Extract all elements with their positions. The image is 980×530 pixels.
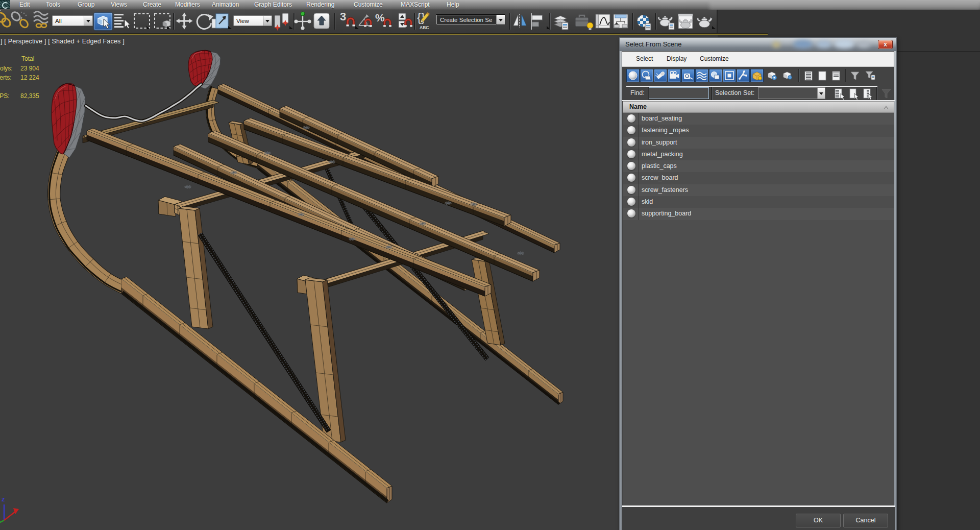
scene-object-row[interactable]: fastening _ropes: [623, 125, 894, 136]
reference-coordinate-combo[interactable]: View: [233, 15, 272, 26]
menu-help[interactable]: Help: [447, 1, 459, 8]
named-selection-sets-combo[interactable]: Create Selection Se: [436, 14, 505, 25]
filter-configure-button[interactable]: [864, 69, 877, 82]
schematic-view-icon[interactable]: [614, 14, 628, 28]
titlebar-blur-smudge: [857, 41, 870, 48]
dialog-titlebar[interactable]: Select From Scene: [620, 38, 896, 51]
list-column-header[interactable]: Name: [623, 101, 894, 113]
toggle-container-explorer-icon[interactable]: [575, 15, 593, 30]
menu-rendering[interactable]: Rendering: [306, 1, 334, 8]
select-by-name-icon[interactable]: [114, 14, 130, 29]
scene-object-row[interactable]: skid: [623, 196, 894, 208]
layer-manager-icon[interactable]: [554, 16, 568, 30]
dialog-toolbar-separator: [845, 69, 846, 82]
menu-create[interactable]: Create: [143, 1, 161, 8]
menu-graph-editors[interactable]: Graph Editors: [254, 1, 292, 8]
spinner-snap-toggle-icon[interactable]: [399, 13, 412, 28]
display-xrefs-button[interactable]: [723, 69, 736, 82]
render-setup-icon[interactable]: [658, 16, 674, 30]
menu-modifiers[interactable]: Modifiers: [175, 1, 200, 8]
scene-objects-list[interactable]: board_seatingfastening _ropesiron_suppor…: [623, 113, 894, 505]
cancel-button[interactable]: Cancel: [843, 514, 888, 527]
display-space-warps-button[interactable]: [695, 69, 708, 82]
menu-edit[interactable]: Edit: [19, 1, 30, 8]
find-input[interactable]: [649, 87, 709, 99]
display-geometry-button[interactable]: [626, 69, 640, 82]
menu-maxscript[interactable]: MAXScript: [401, 1, 430, 8]
keyboard-shortcut-override-icon[interactable]: [314, 13, 329, 29]
select-and-scale-icon[interactable]: [212, 14, 232, 29]
select-and-move-icon[interactable]: [176, 12, 193, 30]
unlink-selection-icon[interactable]: [10, 11, 30, 29]
filter-button[interactable]: [848, 69, 862, 82]
add-to-selection-set-button[interactable]: [847, 87, 860, 100]
display-shapes-button[interactable]: [640, 69, 653, 82]
display-containers-button[interactable]: [750, 69, 764, 82]
detail-view-button[interactable]: [829, 69, 843, 82]
rendered-frame-window-icon[interactable]: [678, 14, 693, 29]
angle-snap-toggle-icon[interactable]: [359, 14, 372, 27]
curve-editor-icon[interactable]: [596, 14, 610, 28]
display-bones-icon: [737, 69, 749, 82]
scene-object-row[interactable]: metal_packing: [623, 149, 894, 160]
rectangular-selection-region-icon[interactable]: [134, 14, 150, 29]
selection-filter-dropdown-arrow[interactable]: [84, 16, 92, 26]
reference-coordinate-dropdown-arrow[interactable]: [263, 16, 272, 26]
select-and-manipulate-icon[interactable]: [295, 12, 311, 29]
dialog-menu-customize[interactable]: Customize: [700, 55, 729, 62]
use-pivot-point-center-icon[interactable]: [275, 13, 293, 31]
near-back-post: [305, 278, 346, 442]
menu-customize[interactable]: Customize: [354, 1, 383, 8]
viewport-label[interactable]: ] [ Perspective ] [ Shaded + Edged Faces…: [1, 38, 125, 45]
bind-to-space-warp-icon[interactable]: [34, 12, 48, 28]
display-influences-button[interactable]: [766, 69, 779, 82]
scene-object-row[interactable]: plastic_caps: [623, 160, 894, 172]
menu-tools[interactable]: Tools: [46, 1, 60, 8]
application-icon[interactable]: [0, 0, 10, 9]
subtract-from-selection-set-button[interactable]: [861, 87, 874, 100]
display-cameras-button[interactable]: [668, 69, 681, 82]
selection-set-dropdown-arrow[interactable]: [817, 88, 825, 99]
screw-mark: [517, 251, 524, 255]
display-lights-button[interactable]: [654, 69, 667, 82]
display-groups-button[interactable]: [709, 69, 722, 82]
menu-views[interactable]: Views: [111, 1, 127, 8]
scene-object-row[interactable]: supporting_board: [623, 208, 894, 220]
percent-snap-toggle-icon[interactable]: %: [375, 12, 391, 27]
column-view-button[interactable]: [816, 69, 829, 82]
scene-object-row[interactable]: screw_board: [623, 172, 894, 184]
scene-object-row[interactable]: screw_fasteners: [623, 184, 894, 196]
scene-object-name: skid: [642, 198, 653, 205]
dialog-menu-display[interactable]: Display: [667, 55, 687, 62]
dialog-close-button[interactable]: [878, 40, 893, 49]
scene-object-name: plastic_caps: [642, 162, 677, 170]
mirror-icon[interactable]: [513, 14, 526, 28]
display-bones-button[interactable]: [737, 69, 750, 82]
window-crossing-icon[interactable]: [155, 14, 170, 29]
display-helpers-button[interactable]: [681, 69, 695, 82]
dialog-menu-select[interactable]: Select: [636, 55, 653, 62]
menu-animation[interactable]: Animation: [212, 1, 239, 8]
selection-set-combo[interactable]: [758, 87, 825, 99]
scene-object-row[interactable]: iron_support: [623, 137, 894, 149]
select-and-rotate-icon[interactable]: [197, 14, 213, 29]
stats-verts-value: 12 224: [20, 73, 39, 82]
material-editor-icon[interactable]: [637, 15, 651, 30]
selection-filter-combo[interactable]: All: [52, 15, 93, 26]
snaps-toggle-icon[interactable]: 3: [340, 10, 359, 29]
titlebar-blur-smudge: [834, 39, 854, 49]
edit-named-selection-sets-icon[interactable]: {}ABC: [417, 10, 430, 30]
menu-group[interactable]: Group: [78, 1, 94, 8]
align-icon[interactable]: [531, 13, 550, 30]
named-selection-sets-dropdown-arrow[interactable]: [496, 15, 505, 25]
render-production-icon[interactable]: [697, 17, 716, 29]
select-and-link-icon[interactable]: [0, 10, 12, 28]
named-selection-sets-value: Create Selection Se: [436, 17, 496, 23]
display-dependents-button[interactable]: [781, 69, 794, 82]
ok-button[interactable]: OK: [796, 514, 841, 527]
create-selection-set-button[interactable]: [834, 87, 846, 100]
select-object-icon[interactable]: [94, 13, 112, 30]
subtract-from-selection-set-icon: [861, 87, 874, 100]
list-view-button[interactable]: [802, 69, 815, 82]
scene-object-row[interactable]: board_seating: [623, 113, 894, 125]
